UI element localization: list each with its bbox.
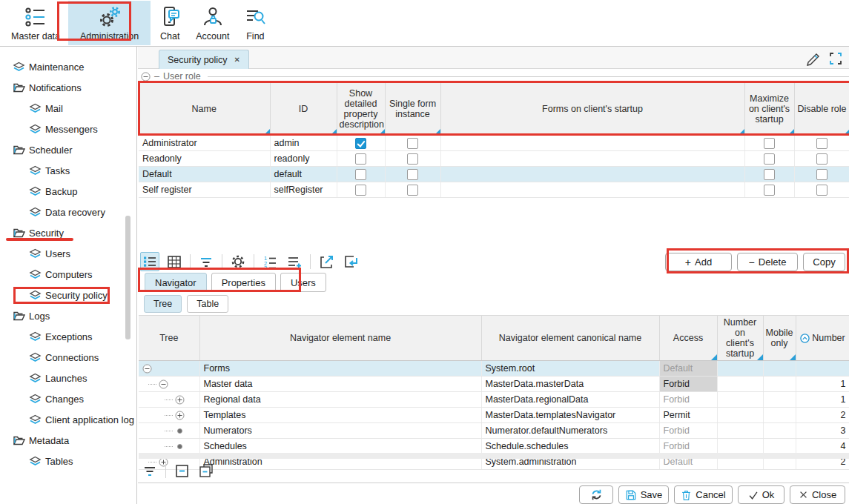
tab-users[interactable]: Users — [280, 273, 326, 292]
tab-table[interactable]: Table — [187, 295, 228, 313]
element-name-cell[interactable]: Numerators — [199, 423, 481, 439]
filter-corner-icon[interactable] — [711, 354, 717, 360]
checkbox[interactable] — [764, 138, 775, 149]
disable-role-cell[interactable] — [794, 167, 849, 182]
grid-view-icon[interactable] — [165, 252, 184, 271]
single-form-cell[interactable] — [385, 167, 440, 182]
roles-col-name[interactable]: Name — [139, 83, 270, 136]
sidebar-item-exceptions[interactable]: Exceptions — [0, 326, 136, 347]
number-on-client-cell[interactable] — [717, 423, 763, 439]
tree-cell[interactable] — [139, 361, 199, 377]
delete-button[interactable]: −Delete — [737, 253, 798, 271]
nav-row-templates[interactable]: TemplatesMasterData.templatesNavigatorPe… — [139, 408, 849, 423]
add-list-icon[interactable] — [285, 252, 304, 271]
close-button[interactable]: Close — [790, 485, 845, 504]
sidebar-item-client-application-log[interactable]: Client application log — [0, 409, 136, 430]
role-name-cell[interactable]: Readonly — [139, 151, 270, 167]
canonical-name-cell[interactable]: Numerator.defaultNumerators — [481, 423, 659, 439]
tab-security-policy[interactable]: Security policy ✕ — [159, 50, 249, 69]
topbar-item-account[interactable]: Account — [189, 1, 236, 45]
disable-role-cell[interactable] — [794, 182, 849, 198]
element-name-cell[interactable]: Master data — [199, 377, 481, 392]
roles-col-disable-role[interactable]: Disable role — [794, 83, 849, 136]
sidebar-item-metadata[interactable]: Metadata — [0, 430, 136, 451]
tree-cell[interactable] — [139, 392, 199, 408]
number-on-client-cell[interactable] — [717, 361, 763, 377]
maximize-startup-cell[interactable] — [744, 136, 794, 151]
roles-col-id[interactable]: ID — [270, 83, 337, 136]
mobile-only-cell[interactable] — [763, 423, 796, 439]
role-id-cell[interactable]: selfRegister — [270, 182, 337, 198]
forms-startup-cell[interactable] — [440, 151, 744, 167]
checkbox[interactable] — [816, 169, 827, 180]
role-row-self-register[interactable]: Self registerselfRegister — [139, 182, 849, 198]
copy-button[interactable]: Copy — [803, 253, 845, 271]
forms-startup-cell[interactable] — [440, 136, 744, 151]
sidebar-item-data-recovery[interactable]: Data recovery — [0, 202, 136, 222]
show-detailed-cell[interactable] — [337, 136, 385, 151]
role-name-cell[interactable]: Self register — [139, 182, 270, 198]
nav-col-access[interactable]: Access — [659, 316, 717, 361]
role-name-cell[interactable]: Default — [139, 167, 270, 182]
disable-role-cell[interactable] — [794, 151, 849, 167]
element-name-cell[interactable]: Schedules — [199, 439, 481, 454]
checkbox[interactable] — [407, 185, 418, 196]
number-cell[interactable]: 1 — [796, 392, 849, 408]
maximize-startup-cell[interactable] — [744, 182, 794, 198]
checkbox[interactable] — [407, 153, 418, 165]
canonical-name-cell[interactable]: MasterData.templatesNavigator — [481, 408, 659, 423]
tree-cell[interactable] — [139, 439, 199, 454]
access-cell[interactable]: Permit — [659, 408, 717, 423]
forms-startup-cell[interactable] — [440, 182, 744, 198]
sidebar-item-security-policy[interactable]: Security policy — [0, 285, 136, 305]
nav-col-number[interactable]: Number — [796, 316, 849, 361]
nav-col-navigator-element-name[interactable]: Navigator element name — [199, 316, 481, 361]
sidebar-item-computers[interactable]: Computers — [0, 264, 136, 285]
roles-col-maximize-on-client-s-startup[interactable]: Maximize on client's startup — [744, 83, 794, 136]
filter-corner-icon[interactable] — [264, 129, 270, 135]
element-name-cell[interactable]: Regional data — [199, 392, 481, 408]
canonical-name-cell[interactable]: MasterData.regionalData — [481, 392, 659, 408]
access-cell[interactable]: Default — [659, 361, 717, 377]
expand-node-icon[interactable] — [175, 411, 185, 420]
role-row-administrator[interactable]: Administratoradmin — [139, 136, 849, 151]
disable-role-cell[interactable] — [794, 136, 849, 151]
canonical-name-cell[interactable]: System.root — [481, 361, 659, 377]
role-id-cell[interactable]: readonly — [270, 151, 337, 167]
number-cell[interactable] — [796, 361, 849, 377]
element-name-cell[interactable]: Forms — [199, 361, 481, 377]
checkbox[interactable] — [816, 138, 827, 149]
forms-startup-cell[interactable] — [440, 167, 744, 182]
role-name-cell[interactable]: Administrator — [139, 136, 270, 151]
tree-cell[interactable] — [139, 377, 199, 392]
fullscreen-icon[interactable] — [828, 51, 843, 66]
refresh-button[interactable] — [579, 485, 613, 504]
tab-close-icon[interactable]: ✕ — [234, 56, 240, 64]
checkbox[interactable] — [355, 153, 366, 165]
single-form-cell[interactable] — [385, 151, 440, 167]
nav-col-number-on-client-s-startup[interactable]: Number on client's startup — [717, 316, 763, 361]
checkbox[interactable] — [407, 138, 418, 149]
checkbox[interactable] — [355, 138, 366, 149]
sidebar-item-messengers[interactable]: Messengers — [0, 119, 136, 139]
nav-col-mobile-only[interactable]: Mobile only — [763, 316, 796, 361]
sidebar-item-maintenance[interactable]: Maintenance — [0, 56, 136, 77]
roles-col-show-detailed-property-description[interactable]: Show detailed property description — [337, 83, 385, 136]
mobile-only-cell[interactable] — [763, 377, 796, 392]
nav-col-tree[interactable]: Tree — [139, 316, 199, 361]
sidebar-item-tables[interactable]: Tables — [0, 451, 136, 471]
number-on-client-cell[interactable] — [717, 439, 763, 454]
show-detailed-cell[interactable] — [337, 151, 385, 167]
sidebar-item-tasks[interactable]: Tasks — [0, 160, 136, 181]
access-cell[interactable]: Forbid — [659, 423, 717, 439]
checkbox[interactable] — [816, 185, 827, 196]
maximize-startup-cell[interactable] — [744, 167, 794, 182]
filter-corner-icon[interactable] — [435, 129, 440, 135]
sidebar-item-changes[interactable]: Changes — [0, 388, 136, 409]
sidebar-item-users[interactable]: Users — [0, 243, 136, 264]
settings-gear-icon[interactable] — [228, 252, 248, 271]
filter-corner-icon[interactable] — [757, 354, 763, 360]
show-detailed-cell[interactable] — [337, 167, 385, 182]
tab-properties[interactable]: Properties — [211, 273, 276, 292]
topbar-item-master-data[interactable]: Master data — [4, 1, 67, 45]
